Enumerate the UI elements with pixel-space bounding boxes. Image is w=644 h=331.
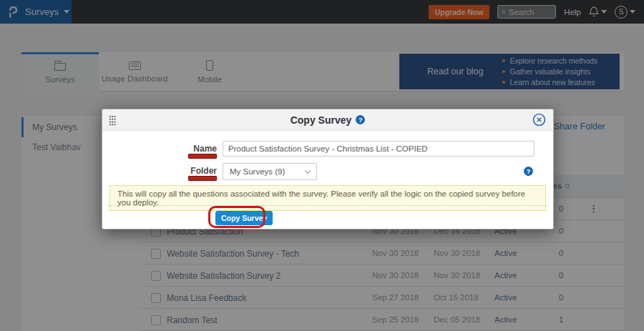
annotation-folder-underline [188, 176, 217, 181]
survey-name-input[interactable] [223, 141, 535, 157]
chevron-down-icon [305, 167, 311, 173]
folder-help-circle-icon[interactable]: ? [524, 167, 533, 176]
folder-select[interactable]: My Surveys (9) [223, 163, 317, 180]
name-label: Name [193, 144, 217, 154]
copy-warning-note: This will copy all the questions associa… [109, 185, 546, 211]
app-screen: Surveys Upgrade Now Help [0, 0, 644, 331]
folder-label-wrap: Folder [109, 166, 217, 176]
close-icon[interactable] [532, 113, 546, 127]
folder-select-value: My Surveys (9) [230, 167, 285, 176]
annotation-name-underline [188, 154, 217, 159]
modal-header: Copy Survey ? [102, 109, 553, 131]
modal-title: Copy Survey [291, 114, 352, 126]
copy-survey-button[interactable]: Copy Survey [215, 211, 273, 225]
modal-body: Name Folder My Surveys (9) ? This will c… [102, 131, 553, 229]
folder-label: Folder [190, 166, 217, 176]
help-circle-icon[interactable]: ? [356, 115, 365, 124]
divider [108, 205, 547, 206]
name-label-wrap: Name [109, 144, 217, 154]
copy-survey-modal: Copy Survey ? Name Folder My Surveys (9) [102, 109, 554, 229]
drag-handle-icon[interactable] [109, 115, 116, 126]
